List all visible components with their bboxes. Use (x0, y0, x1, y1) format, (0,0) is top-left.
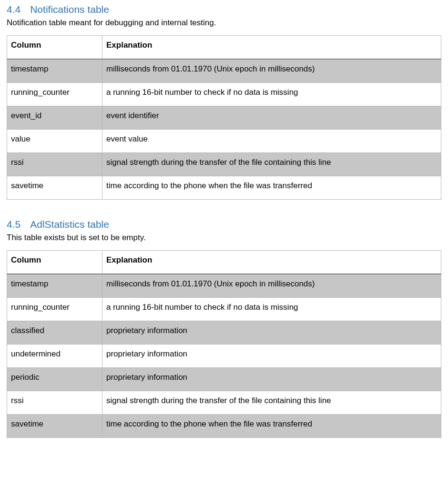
notifications-table: Column Explanation timestampmilliseconds… (7, 35, 441, 200)
section-intro: This table exists but is set to be empty… (7, 233, 441, 243)
cell-explanation: time according to the phone when the fil… (102, 415, 441, 438)
section-number: 4.5 (7, 219, 20, 230)
cell-explanation: time according to the phone when the fil… (102, 176, 441, 200)
table-row: valueevent value (7, 130, 441, 153)
table-header-column: Column (7, 36, 102, 60)
cell-column: running_counter (7, 83, 102, 106)
table-row: rssisignal strength during the transfer … (7, 391, 441, 415)
section-title: AdlStatistics table (30, 219, 109, 230)
cell-column: undetermined (7, 345, 102, 368)
table-header-explanation: Explanation (102, 251, 441, 274)
cell-column: running_counter (7, 298, 102, 321)
cell-column: event_id (7, 106, 102, 130)
table-header-column: Column (7, 251, 102, 274)
cell-explanation: event value (102, 130, 441, 153)
section-title: Notifications table (30, 4, 109, 15)
table-row: savetimetime according to the phone when… (7, 176, 441, 200)
section-intro: Notification table meant for debugging a… (7, 18, 441, 28)
cell-column: classified (7, 321, 102, 345)
cell-column: timestamp (7, 274, 102, 298)
table-row: event_idevent identifier (7, 106, 441, 130)
table-row: classifiedproprietary information (7, 321, 441, 345)
cell-column: rssi (7, 391, 102, 415)
cell-explanation: proprietary information (102, 321, 441, 345)
table-row: undeterminedproprietary information (7, 345, 441, 368)
cell-explanation: signal strength during the transfer of t… (102, 153, 441, 176)
table-row: timestampmilliseconds from 01.01.1970 (U… (7, 274, 441, 298)
adlstatistics-table: Column Explanation timestampmilliseconds… (7, 250, 441, 438)
cell-column: value (7, 130, 102, 153)
cell-explanation: a running 16-bit number to check if no d… (102, 298, 441, 321)
section-heading-adlstatistics: 4.5AdlStatistics table (7, 219, 441, 230)
table-row: running_countera running 16-bit number t… (7, 83, 441, 106)
cell-column: periodic (7, 368, 102, 391)
cell-column: timestamp (7, 59, 102, 83)
cell-column: savetime (7, 415, 102, 438)
cell-explanation: event identifier (102, 106, 441, 130)
cell-explanation: proprietary information (102, 368, 441, 391)
table-row: periodicproprietary information (7, 368, 441, 391)
section-number: 4.4 (7, 4, 20, 15)
cell-column: savetime (7, 176, 102, 200)
table-header-explanation: Explanation (102, 36, 441, 60)
table-row: running_countera running 16-bit number t… (7, 298, 441, 321)
cell-explanation: signal strength during the transfer of t… (102, 391, 441, 415)
cell-column: rssi (7, 153, 102, 176)
cell-explanation: proprietary information (102, 345, 441, 368)
cell-explanation: milliseconds from 01.01.1970 (Unix epoch… (102, 274, 441, 298)
table-row: savetimetime according to the phone when… (7, 415, 441, 438)
cell-explanation: a running 16-bit number to check if no d… (102, 83, 441, 106)
table-row: rssisignal strength during the transfer … (7, 153, 441, 176)
table-row: timestampmilliseconds from 01.01.1970 (U… (7, 59, 441, 83)
section-heading-notifications: 4.4Notifications table (7, 4, 441, 15)
cell-explanation: milliseconds from 01.01.1970 (Unix epoch… (102, 59, 441, 83)
